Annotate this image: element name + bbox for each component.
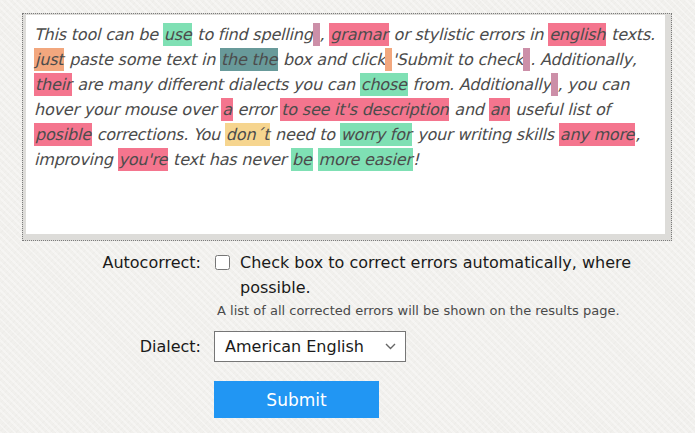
autocorrect-row: Autocorrect: Check box to correct errors… (0, 250, 695, 318)
plain-text: , (320, 25, 330, 44)
highlighted-error-pink[interactable]: posible (34, 123, 92, 146)
chevron-down-icon (385, 343, 396, 350)
highlighted-error-mauve[interactable] (313, 23, 320, 46)
plain-text: This tool can be (34, 25, 163, 44)
highlighted-error-pink[interactable]: any more (559, 123, 635, 146)
plain-text: texts. (606, 25, 655, 44)
plain-text: ! (413, 150, 419, 169)
text-input-area[interactable]: This tool can be use to find spelling , … (26, 15, 665, 234)
submit-row: Submit (0, 381, 695, 418)
highlighted-error-pink[interactable]: an (489, 98, 511, 121)
plain-text: from. Additionally (408, 75, 551, 94)
plain-text: corrections. You (92, 125, 225, 144)
highlighted-error-pink[interactable]: you're (118, 148, 169, 171)
highlighted-error-pink[interactable]: to see it's description (280, 98, 449, 121)
plain-text: box and click (278, 50, 385, 69)
highlighted-error-green[interactable]: be (291, 148, 313, 171)
highlighted-error-green[interactable]: chose (360, 73, 408, 96)
highlighted-error-mauve[interactable] (551, 73, 558, 96)
highlighted-error-pink[interactable]: their (34, 73, 72, 96)
highlighted-error-pink[interactable]: english (548, 23, 606, 46)
plain-text: need to (270, 125, 340, 144)
submit-button[interactable]: Submit (214, 381, 379, 418)
highlighted-error-pink[interactable]: a (221, 98, 233, 121)
highlighted-error-orange[interactable]: just (34, 48, 64, 71)
highlighted-error-green[interactable]: worry for (340, 123, 413, 146)
autocorrect-note: A list of all corrected errors will be s… (217, 303, 642, 318)
plain-text: . Additionally, (530, 50, 637, 69)
plain-text: your writing skills (412, 125, 559, 144)
highlighted-error-teal[interactable]: the the (220, 48, 278, 71)
options-form: Autocorrect: Check box to correct errors… (0, 250, 695, 418)
plain-text: and (449, 100, 488, 119)
autocorrect-label: Autocorrect: (0, 250, 208, 275)
autocorrect-checkbox[interactable] (215, 255, 230, 270)
highlighted-error-yellow[interactable]: don´t (225, 123, 270, 146)
dialect-select[interactable]: American English (214, 331, 406, 362)
plain-text: text has never (168, 150, 291, 169)
plain-text: error (233, 100, 281, 119)
highlighted-error-pink[interactable]: gramar (329, 23, 388, 46)
text-editor-frame: This tool can be use to find spelling , … (22, 13, 672, 241)
highlighted-error-green[interactable]: use (163, 23, 193, 46)
dialect-row: Dialect: American English (0, 331, 695, 362)
plain-text: are many different dialects you can (72, 75, 360, 94)
plain-text: 'Submit to check (392, 50, 523, 69)
autocorrect-description: Check box to correct errors automaticall… (240, 250, 642, 300)
plain-text: paste some text in (64, 50, 220, 69)
dialect-label: Dialect: (0, 334, 208, 359)
plain-text: useful list of (510, 100, 610, 119)
plain-text (313, 150, 318, 169)
highlighted-error-green[interactable]: more easier (318, 148, 413, 171)
dialect-selected-value: American English (225, 337, 364, 356)
plain-text: or stylistic errors in (389, 25, 548, 44)
plain-text: to find spelling (192, 25, 312, 44)
